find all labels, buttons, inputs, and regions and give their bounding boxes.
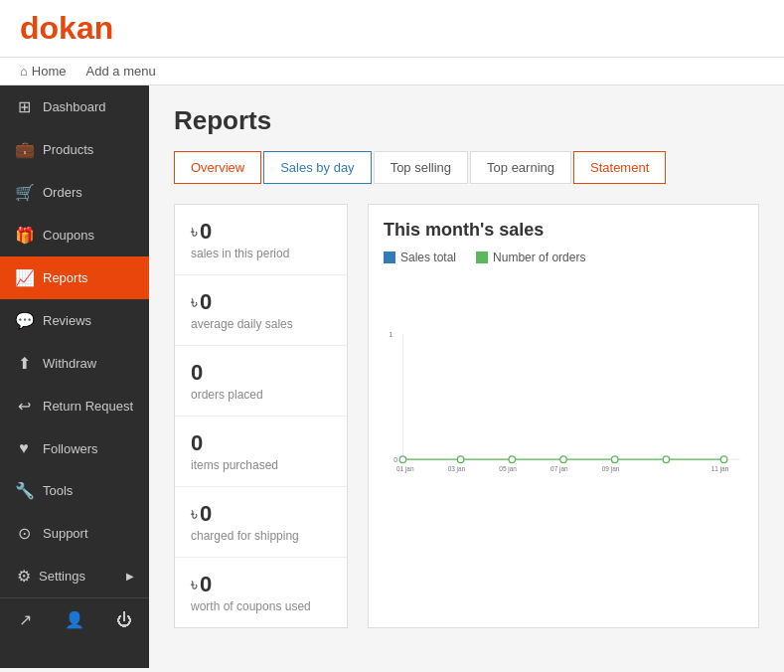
support-icon: ⊙ xyxy=(15,524,33,543)
tabs-container: Overview Sales by day Top selling Top ea… xyxy=(174,151,759,184)
stat-items-purchased: 0 items purchased xyxy=(175,417,347,487)
sidebar-item-orders[interactable]: 🛒 Orders xyxy=(0,171,149,214)
sidebar-item-coupons[interactable]: 🎁 Coupons xyxy=(0,214,149,256)
svg-text:05 jan: 05 jan xyxy=(499,465,517,473)
stat-number-sales-period: 0 xyxy=(200,219,212,245)
svg-text:09 jan: 09 jan xyxy=(602,465,620,473)
sidebar-item-products[interactable]: 💼 Products xyxy=(0,128,149,171)
sidebar-item-return[interactable]: ↩ Return Request xyxy=(0,385,149,427)
sidebar-item-settings[interactable]: ⚙ Settings ▶ xyxy=(0,555,149,597)
svg-text:01 jan: 01 jan xyxy=(396,465,414,473)
svg-point-4 xyxy=(399,456,405,462)
settings-left: ⚙ Settings xyxy=(15,567,85,586)
stat-label-items-purchased: items purchased xyxy=(191,458,331,472)
legend-color-green xyxy=(476,252,488,263)
svg-text:0: 0 xyxy=(393,456,397,464)
stat-label-orders-placed: orders placed xyxy=(191,388,331,402)
stat-value-sales-period: ৳ 0 xyxy=(191,219,331,245)
logo: dokan xyxy=(20,10,113,47)
svg-point-8 xyxy=(611,456,617,462)
tab-overview[interactable]: Overview xyxy=(174,151,261,184)
sidebar-label-products: Products xyxy=(43,142,93,157)
sidebar-item-followers[interactable]: ♥ Followers xyxy=(0,427,149,469)
tab-top-earning[interactable]: Top earning xyxy=(470,151,571,184)
sidebar-item-support[interactable]: ⊙ Support xyxy=(0,512,149,555)
main-content: Reports Overview Sales by day Top sellin… xyxy=(149,85,784,668)
tab-sales-by-day[interactable]: Sales by day xyxy=(263,151,371,184)
add-menu-label: Add a menu xyxy=(86,64,156,79)
stat-number-charged-shipping: 0 xyxy=(200,501,212,527)
navbar: ⌂ Home Add a menu xyxy=(0,58,784,85)
sidebar-footer-user[interactable]: 👤 xyxy=(50,598,99,641)
external-icon: ↗ xyxy=(19,610,32,629)
svg-point-7 xyxy=(560,456,566,462)
return-icon: ↩ xyxy=(15,397,33,416)
stat-number-items-purchased: 0 xyxy=(191,430,203,456)
logo-rest: okan xyxy=(40,10,114,46)
legend-label-number-orders: Number of orders xyxy=(493,251,585,264)
tab-top-selling[interactable]: Top selling xyxy=(374,151,468,184)
legend-color-blue xyxy=(384,252,395,263)
legend-label-sales-total: Sales total xyxy=(400,251,456,264)
svg-text:07 jan: 07 jan xyxy=(550,465,568,473)
settings-icon: ⚙ xyxy=(15,567,33,586)
home-icon: ⌂ xyxy=(20,64,28,79)
svg-point-5 xyxy=(457,456,463,462)
stat-label-charged-shipping: charged for shipping xyxy=(191,529,331,543)
sidebar-label-dashboard: Dashboard xyxy=(43,99,106,114)
sidebar-item-dashboard[interactable]: ⊞ Dashboard xyxy=(0,85,149,128)
stat-number-avg-daily: 0 xyxy=(200,289,212,315)
svg-point-9 xyxy=(663,456,669,462)
sidebar-label-return: Return Request xyxy=(43,399,133,414)
products-icon: 💼 xyxy=(15,140,33,159)
stat-label-coupons-used: worth of coupons used xyxy=(191,599,331,613)
taka-icon-1: ৳ xyxy=(191,222,198,243)
add-menu-link[interactable]: Add a menu xyxy=(86,64,156,79)
stat-value-items-purchased: 0 xyxy=(191,430,331,456)
sidebar-label-followers: Followers xyxy=(43,441,98,456)
svg-point-6 xyxy=(509,456,515,462)
sidebar-label-tools: Tools xyxy=(43,483,73,498)
taka-icon-4: ৳ xyxy=(191,575,198,595)
taka-icon-3: ৳ xyxy=(191,504,198,525)
sidebar-label-support: Support xyxy=(43,526,88,541)
stat-value-charged-shipping: ৳ 0 xyxy=(191,501,331,527)
stat-number-orders-placed: 0 xyxy=(191,360,203,386)
sidebar-item-reports[interactable]: 📈 Reports xyxy=(0,256,149,299)
settings-arrow-icon: ▶ xyxy=(126,571,134,582)
layout: ⊞ Dashboard 💼 Products 🛒 Orders 🎁 Coupon… xyxy=(0,85,784,668)
sidebar-label-settings: Settings xyxy=(39,569,85,584)
stat-number-coupons-used: 0 xyxy=(200,572,212,597)
tools-icon: 🔧 xyxy=(15,481,33,500)
chart-panel: This month's sales Sales total Number of… xyxy=(368,204,759,628)
stat-value-avg-daily: ৳ 0 xyxy=(191,289,331,315)
svg-point-10 xyxy=(720,456,726,462)
sidebar-label-reports: Reports xyxy=(43,270,88,285)
stat-coupons-used: ৳ 0 worth of coupons used xyxy=(175,558,347,627)
reviews-icon: 💬 xyxy=(15,311,33,330)
orders-icon: 🛒 xyxy=(15,183,33,202)
chart-title: This month's sales xyxy=(384,220,743,241)
sidebar-item-reviews[interactable]: 💬 Reviews xyxy=(0,299,149,342)
svg-text:11 jan: 11 jan xyxy=(711,465,729,473)
sidebar-label-coupons: Coupons xyxy=(43,228,94,243)
home-link[interactable]: ⌂ Home xyxy=(20,64,67,79)
sidebar-label-reviews: Reviews xyxy=(43,313,91,328)
sidebar-label-withdraw: Withdraw xyxy=(43,356,96,371)
tab-statement[interactable]: Statement xyxy=(573,151,666,184)
svg-text:1: 1 xyxy=(389,331,392,339)
sidebar-item-tools[interactable]: 🔧 Tools xyxy=(0,469,149,512)
followers-icon: ♥ xyxy=(15,439,33,457)
withdraw-icon: ⬆ xyxy=(15,354,33,373)
page-title: Reports xyxy=(174,105,759,136)
power-icon: ⏻ xyxy=(116,611,132,629)
sidebar-footer-external[interactable]: ↗ xyxy=(0,598,50,641)
sidebar-item-withdraw[interactable]: ⬆ Withdraw xyxy=(0,342,149,385)
stats-panel: ৳ 0 sales in this period ৳ 0 average dai… xyxy=(174,204,348,628)
legend-number-orders: Number of orders xyxy=(476,251,585,264)
stat-orders-placed: 0 orders placed xyxy=(175,346,347,417)
sidebar-footer-power[interactable]: ⏻ xyxy=(99,598,149,641)
stat-label-avg-daily: average daily sales xyxy=(191,317,331,331)
line-chart-svg: 1 0 xyxy=(384,272,743,531)
coupons-icon: 🎁 xyxy=(15,226,33,245)
